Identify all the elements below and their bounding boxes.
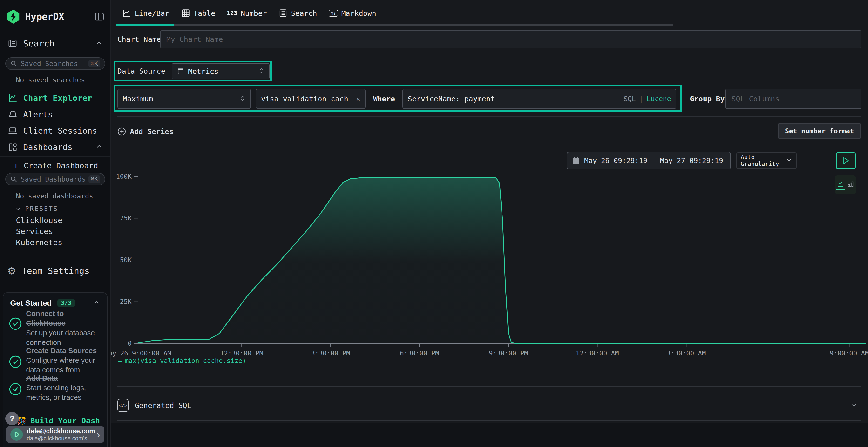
- add-series-button[interactable]: Add Series: [117, 125, 174, 138]
- sidebar-item-dashboards[interactable]: Dashboards: [0, 140, 111, 154]
- sidebar-item-label: Client Sessions: [23, 126, 97, 136]
- svg-text:9:30:00 PM: 9:30:00 PM: [489, 349, 528, 357]
- get-started-item-desc: Configure where your data comes from: [26, 355, 101, 375]
- search-section-header[interactable]: Search: [0, 36, 111, 51]
- metric-tag-label: visa_validation_cach: [261, 95, 348, 103]
- chart-explorer-icon: [8, 93, 18, 103]
- tab-number[interactable]: 123 Number: [221, 1, 273, 25]
- tab-line-bar[interactable]: Line/Bar: [116, 1, 175, 25]
- gear-icon: ⚙: [7, 265, 17, 277]
- toggle-divider: |: [639, 95, 643, 103]
- tab-underline-active: [116, 24, 174, 27]
- granularity-select[interactable]: Auto Granularity: [736, 152, 797, 169]
- calendar-icon: [572, 157, 580, 165]
- get-started-item-partially-hidden[interactable]: 🎊 Build Your Dash: [18, 416, 104, 425]
- divider: [0, 156, 111, 157]
- group-by-label: Group By: [690, 95, 725, 103]
- no-saved-searches-note: No saved searches: [16, 76, 85, 84]
- preset-kubernetes[interactable]: Kubernetes: [16, 238, 62, 247]
- user-texts: dale@clickhouse.com dale@clickhouse.com'…: [27, 427, 95, 442]
- date-range-picker[interactable]: May 26 09:29:19 - May 27 09:29:19: [567, 152, 731, 169]
- get-started-header[interactable]: Get Started 3/3: [10, 297, 100, 309]
- chevron-up-icon[interactable]: [95, 142, 103, 152]
- saved-dashboards-input[interactable]: Saved Dashboards ⌘K: [5, 173, 105, 185]
- get-started-item[interactable]: Add Data Start sending logs, metrics, or…: [26, 373, 101, 402]
- user-menu[interactable]: D dale@clickhouse.com dale@clickhouse.co…: [6, 426, 104, 443]
- avatar: D: [10, 428, 23, 441]
- svg-text:25K: 25K: [120, 298, 132, 305]
- svg-text:50K: 50K: [120, 256, 132, 264]
- get-started-item[interactable]: Create Data Sources Configure where your…: [26, 346, 101, 375]
- line-chart-icon: [122, 9, 131, 18]
- chart-area[interactable]: 025K50K75K100KMay 26 9:00:00 AM12:30:00 …: [111, 169, 868, 359]
- sidebar-item-chart-explorer[interactable]: Chart Explorer: [0, 91, 111, 105]
- svg-text:9:00:00 AM: 9:00:00 AM: [830, 349, 868, 357]
- get-started-item-title: Add Data: [26, 373, 101, 383]
- remove-metric-icon[interactable]: ✕: [356, 95, 360, 103]
- group-by-label-wrap: Group By: [690, 89, 725, 109]
- divider: [117, 59, 862, 60]
- data-source-select[interactable]: Metrics: [172, 63, 270, 79]
- list-document-icon: [278, 9, 288, 18]
- tab-markdown[interactable]: M↓ Markdown: [323, 1, 382, 25]
- sidebar-item-label: Chart Explorer: [23, 93, 92, 103]
- get-started-progress-badge: 3/3: [57, 299, 75, 307]
- svg-text:May 26 9:00:00 AM: May 26 9:00:00 AM: [111, 349, 171, 357]
- chevron-up-icon[interactable]: [93, 299, 100, 307]
- set-number-format-button[interactable]: Set number format: [778, 123, 861, 139]
- tab-table[interactable]: Table: [175, 1, 221, 25]
- chart-legend[interactable]: — max(visa_validation_cache.size): [118, 357, 246, 365]
- svg-text:100K: 100K: [116, 173, 132, 180]
- search-icon: [10, 176, 18, 183]
- saved-searches-placeholder: Saved Searches: [21, 60, 78, 68]
- get-started-item[interactable]: Connect to ClickHouse Set up your databa…: [26, 309, 101, 347]
- sidebar-item-label: Dashboards: [23, 142, 72, 152]
- run-query-button[interactable]: [836, 152, 856, 169]
- svg-text:3:30:00 AM: 3:30:00 AM: [667, 349, 706, 357]
- query-language-toggle: SQL | Lucene: [623, 95, 671, 103]
- sidebar-item-client-sessions[interactable]: Client Sessions: [0, 124, 111, 138]
- saved-searches-input[interactable]: Saved Searches ⌘K: [5, 57, 105, 70]
- chevron-up-icon[interactable]: [95, 39, 103, 47]
- create-dashboard-button[interactable]: + Create Dashboard: [13, 160, 98, 171]
- divider: [0, 53, 111, 53]
- check-circle-icon: [9, 382, 22, 396]
- lucene-toggle[interactable]: Lucene: [647, 95, 671, 103]
- chart-name-input[interactable]: [160, 30, 862, 48]
- play-icon: [842, 157, 849, 165]
- group-by-input[interactable]: [725, 89, 862, 109]
- tab-label: Markdown: [341, 9, 376, 18]
- page-background: [111, 423, 868, 447]
- get-started-title: Get Started: [10, 299, 52, 308]
- sidebar-item-label: Alerts: [23, 110, 53, 119]
- data-source-label: Data Source: [117, 67, 165, 75]
- bell-icon: [8, 109, 18, 119]
- aggregation-select[interactable]: Maximum: [117, 89, 251, 109]
- preset-clickhouse[interactable]: ClickHouse: [16, 216, 62, 225]
- chart-name-row: Chart Name: [117, 30, 161, 48]
- sidebar-item-team-settings[interactable]: ⚙ Team Settings: [0, 263, 111, 278]
- presets-label: PRESETS: [25, 205, 58, 212]
- svg-text:75K: 75K: [120, 214, 132, 222]
- tab-search[interactable]: Search: [273, 1, 323, 25]
- where-input[interactable]: ServiceName: payment SQL | Lucene: [402, 89, 676, 109]
- laptop-icon: [8, 126, 18, 136]
- aggregation-value: Maximum: [123, 95, 153, 103]
- sidebar-collapse-icon[interactable]: [94, 11, 105, 22]
- preset-services[interactable]: Services: [16, 227, 53, 236]
- generated-sql-toggle[interactable]: </> Generated SQL: [117, 395, 862, 416]
- logo-row: HyperDX: [6, 8, 105, 25]
- chevron-down-icon[interactable]: [850, 401, 858, 410]
- check-circle-icon: [9, 355, 22, 369]
- legend-series-label: max(visa_validation_cache.size): [125, 357, 246, 365]
- where-value: ServiceName: payment: [408, 95, 495, 103]
- chevron-right-icon: ›: [97, 429, 100, 440]
- presets-toggle[interactable]: PRESETS: [15, 205, 58, 212]
- help-button[interactable]: ?: [5, 412, 19, 425]
- sidebar-item-alerts[interactable]: Alerts: [0, 107, 111, 122]
- chart-type-tabbar: Line/Bar Table 123 Number Search M↓ Mark…: [116, 0, 382, 27]
- main-content: Line/Bar Table 123 Number Search M↓ Mark…: [111, 0, 868, 447]
- metric-tag[interactable]: visa_validation_cach ✕: [256, 89, 366, 109]
- granularity-value: Auto Granularity: [741, 154, 785, 167]
- sql-toggle[interactable]: SQL: [623, 95, 636, 103]
